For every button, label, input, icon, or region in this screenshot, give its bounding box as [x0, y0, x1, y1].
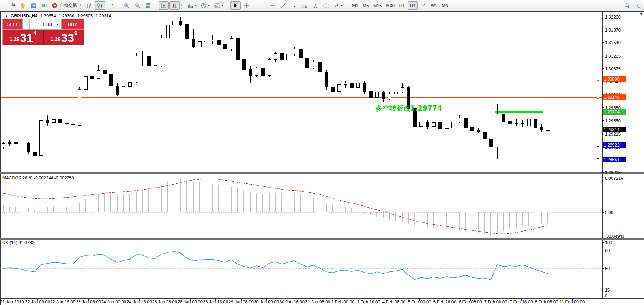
svg-text:A: A [314, 3, 317, 8]
volume-input[interactable]: 0.10 [30, 19, 54, 29]
indicators-icon [187, 2, 193, 9]
autoscroll-button[interactable] [159, 1, 169, 10]
indicators-button[interactable]: ▾ [185, 1, 198, 10]
trendline-button[interactable] [278, 1, 288, 10]
tile-button[interactable] [143, 1, 153, 10]
hline-icon [270, 2, 276, 9]
toolbar-separator [181, 2, 183, 9]
arrows-button[interactable]: ▾ [331, 1, 344, 10]
toolbar-separator [118, 2, 120, 9]
chevron-down-icon: ▾ [341, 4, 343, 7]
timeframe-mn-button[interactable]: MN [440, 1, 450, 10]
sell-button[interactable]: SELL [3, 19, 22, 30]
search-button[interactable] [622, 1, 632, 10]
volume-decrease-button[interactable]: ▼ [23, 19, 30, 29]
rsi-value: 41.0782 [19, 240, 34, 245]
buy-price[interactable]: 1.29 33 9 [44, 30, 84, 45]
svg-text:30 Jan 16:00: 30 Jan 16:00 [279, 299, 305, 304]
svg-text:7 Feb 16:00: 7 Feb 16:00 [510, 299, 533, 304]
svg-text:1.30145: 1.30145 [604, 95, 620, 100]
ohlc-open: 1.29354 [40, 13, 56, 18]
signals-button[interactable] [39, 1, 49, 10]
svg-text:1.30606: 1.30606 [604, 77, 620, 81]
toolbar-separator [155, 2, 157, 9]
timeframe-m30-button[interactable]: M30 [384, 1, 396, 10]
volume-increase-button[interactable]: ▲ [54, 19, 61, 29]
chart-canvas[interactable]: 1.322001.318701.315401.312051.308751.305… [0, 0, 644, 305]
svg-text:-0.004943: -0.004943 [605, 234, 625, 239]
ohlc-high: 1.29366 [59, 13, 75, 18]
templates-button[interactable]: ▾ [212, 1, 225, 10]
svg-text:1.28551: 1.28551 [604, 157, 620, 162]
toolbar-separator [227, 2, 228, 9]
tile-icon [145, 2, 151, 9]
sell-price-prefix: 1.29 [9, 36, 19, 42]
hline-button[interactable] [268, 1, 278, 10]
pivot-annotation-text[interactable]: 多空转折点1.29774 [376, 104, 442, 113]
terminal-icon [30, 2, 37, 9]
templates-icon [214, 2, 220, 9]
text-icon: A [312, 2, 318, 9]
svg-text:15: 15 [605, 288, 610, 292]
ohlc-low: 1.29305 [77, 13, 93, 18]
timeframe-h4-button[interactable]: H4 [408, 1, 418, 10]
zoom-out-button[interactable] [132, 1, 142, 10]
timeframe-m5-button[interactable]: M5 [361, 1, 371, 10]
svg-text:T: T [325, 4, 328, 8]
timeframe-d1-button[interactable]: D1 [418, 1, 429, 10]
toolbar-separator [346, 2, 348, 9]
timeframe-m15-button[interactable]: M15 [371, 1, 384, 10]
svg-text:50: 50 [605, 266, 610, 271]
svg-text:1.32200: 1.32200 [605, 15, 621, 19]
bars-button[interactable] [84, 1, 95, 10]
sell-price[interactable]: 1.29 31 4 [3, 30, 44, 45]
channel-button[interactable]: E [289, 1, 299, 10]
label-button[interactable]: T [321, 1, 331, 10]
svg-text:1.29774: 1.29774 [604, 109, 620, 114]
shift-button[interactable] [169, 1, 180, 10]
crosshair-button[interactable] [241, 1, 251, 10]
collapse-panel-icon[interactable]: ▲ [5, 14, 8, 18]
fibonacci-button[interactable]: F [300, 1, 310, 10]
candles-icon [97, 2, 103, 9]
timeframe-w1-button[interactable]: W1 [429, 1, 440, 10]
svg-text:8 Feb 08:00: 8 Feb 08:00 [535, 299, 558, 304]
svg-text:1.29550: 1.29550 [605, 119, 621, 123]
ohlc-close: 1.29314 [95, 13, 111, 18]
chat-button[interactable] [633, 1, 643, 10]
text-button[interactable]: A [310, 1, 320, 10]
svg-text:5 Feb 00:00: 5 Feb 00:00 [408, 299, 431, 304]
svg-text:25 Jan 08:00: 25 Jan 08:00 [152, 299, 177, 304]
candles-button[interactable] [95, 1, 105, 10]
macd-name: MACD(12,26,9) [2, 175, 32, 180]
buy-button[interactable]: BUY [61, 19, 84, 30]
terminal-button[interactable] [28, 1, 39, 10]
toolbar-separator [80, 2, 82, 9]
buy-price-big: 33 [61, 32, 74, 43]
svg-text:22 Jan 16:00: 22 Jan 16:00 [50, 299, 75, 304]
new-order-icon [3, 2, 9, 9]
linechart-button[interactable] [106, 1, 116, 10]
buy-price-prefix: 1.29 [51, 36, 60, 42]
svg-text:1.31205: 1.31205 [605, 54, 621, 58]
vline-button[interactable] [257, 1, 267, 10]
timeframe-h1-button[interactable]: H1 [397, 1, 407, 10]
cursor-button[interactable] [230, 1, 241, 10]
volume-stepper: ▼ 0.10 ▲ [22, 19, 61, 30]
new-order-button[interactable]: 单 [1, 1, 17, 10]
gem-button[interactable] [18, 1, 28, 10]
clock-button[interactable]: ▾ [198, 1, 212, 10]
svg-text:28 Jan 16:00: 28 Jan 16:00 [203, 299, 228, 304]
new-order-label: 单 [11, 2, 15, 8]
svg-text:1.28922: 1.28922 [604, 143, 620, 147]
svg-text:7 Feb 00:00: 7 Feb 00:00 [484, 299, 507, 304]
vline-icon [259, 2, 265, 9]
svg-text:22 Jan 00:00: 22 Jan 00:00 [25, 299, 50, 304]
zoom-in-button[interactable] [122, 1, 132, 10]
timeframe-m1-button[interactable]: M1 [350, 1, 360, 10]
svg-text:6 Feb 08:00: 6 Feb 08:00 [459, 299, 482, 304]
svg-text:5 Feb 16:00: 5 Feb 16:00 [433, 299, 457, 304]
svg-text:0: 0 [605, 294, 607, 298]
search-icon [624, 2, 630, 9]
autotrading-button[interactable]: 自动交易 [50, 1, 79, 10]
